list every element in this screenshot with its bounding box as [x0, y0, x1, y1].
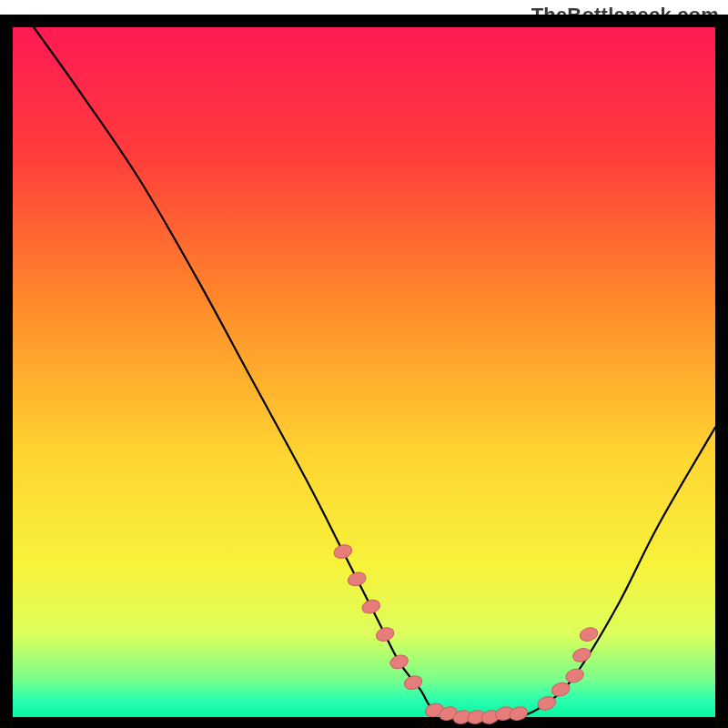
- svg-rect-0: [13, 27, 715, 717]
- bottleneck-chart: [0, 0, 728, 728]
- plot-area: [6, 21, 722, 723]
- chart-stage: TheBottleneck.com: [0, 0, 728, 728]
